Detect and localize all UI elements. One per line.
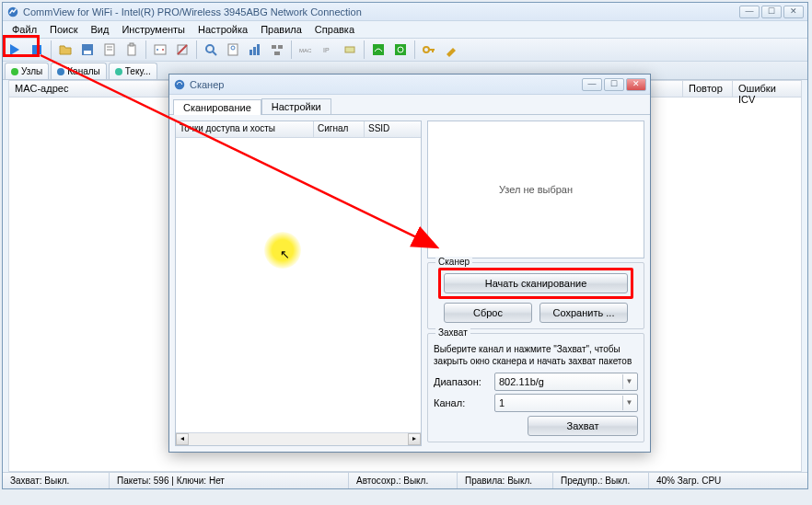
wifi2-icon[interactable] xyxy=(390,40,411,60)
tab-current[interactable]: Теку... xyxy=(109,63,157,79)
svg-point-11 xyxy=(157,49,158,51)
tab-scanning[interactable]: Сканирование xyxy=(173,99,261,115)
tab-nodes[interactable]: Узлы xyxy=(5,63,49,79)
play-button[interactable] xyxy=(5,40,25,60)
svg-line-16 xyxy=(213,52,216,55)
col-ssid[interactable]: SSID xyxy=(365,121,421,137)
col-mac[interactable]: MAC-адрес xyxy=(9,81,175,97)
dialog-title: Сканер xyxy=(190,79,582,90)
maximize-button[interactable]: ☐ xyxy=(761,6,782,18)
scroll-right-icon[interactable]: ▸ xyxy=(408,433,421,445)
tab-channels[interactable]: Каналы xyxy=(51,63,107,79)
menu-view[interactable]: Вид xyxy=(86,22,115,37)
settings-icon[interactable] xyxy=(172,40,192,60)
menu-file[interactable]: Файл xyxy=(6,22,42,37)
chevron-down-icon: ▼ xyxy=(622,374,635,389)
menubar: Файл Поиск Вид Инструменты Настройка Пра… xyxy=(3,21,807,38)
scanner-group-title: Сканер xyxy=(435,257,472,267)
open-icon[interactable] xyxy=(55,40,75,60)
svg-point-15 xyxy=(206,45,214,52)
svg-rect-8 xyxy=(128,45,135,55)
key-icon[interactable] xyxy=(419,40,439,60)
status-autosave: Автосохр.: Выкл. xyxy=(349,473,458,488)
capture-group-title: Захват xyxy=(435,327,470,338)
dialog-icon xyxy=(173,78,186,91)
chevron-down-icon: ▼ xyxy=(622,396,635,410)
save-button[interactable]: Сохранить ... xyxy=(539,303,628,323)
status-cpu: 40% Загр. CPU xyxy=(649,473,807,488)
menu-search[interactable]: Поиск xyxy=(44,22,83,37)
save-icon[interactable] xyxy=(77,40,98,60)
svg-text:MAC: MAC xyxy=(299,48,312,53)
band-combo[interactable]: 802.11b/g ▼ xyxy=(494,373,638,391)
svg-rect-28 xyxy=(373,44,384,55)
status-rules: Правила: Выкл. xyxy=(458,473,553,488)
svg-rect-27 xyxy=(345,47,354,52)
channel-label: Канал: xyxy=(434,397,489,408)
svg-rect-23 xyxy=(278,45,283,49)
annotation-scan-highlight: Начать сканирование xyxy=(438,268,633,299)
reset-button[interactable]: Сброс xyxy=(444,303,532,323)
scanner-group: Сканер Начать сканирование Сброс Сохрани… xyxy=(427,262,644,329)
svg-rect-19 xyxy=(249,50,252,55)
packet-icon[interactable] xyxy=(340,40,360,60)
menu-tools[interactable]: Инструменты xyxy=(116,22,191,37)
col-ap[interactable]: Точки доступа и хосты xyxy=(176,121,314,137)
scroll-left-icon[interactable]: ◂ xyxy=(176,433,189,445)
main-titlebar: CommView for WiFi - Intel(R) PRO/Wireles… xyxy=(3,3,807,21)
dialog-titlebar[interactable]: Сканер — ☐ ✕ xyxy=(169,75,650,95)
statusbar: Захват: Выкл. Пакеты: 596 | Ключи: Нет А… xyxy=(3,472,807,488)
start-scan-button[interactable]: Начать сканирование xyxy=(444,273,628,293)
dialog-minimize-button[interactable]: — xyxy=(582,78,602,91)
mac-icon[interactable]: MAC xyxy=(296,40,316,60)
ip-icon[interactable]: IP xyxy=(318,40,338,60)
svg-rect-20 xyxy=(253,47,256,55)
capture-button[interactable]: Захват xyxy=(528,416,638,436)
svg-rect-21 xyxy=(257,44,260,55)
capture-hint: Выберите канал и нажмите "Захват", чтобы… xyxy=(434,343,638,367)
menu-rules[interactable]: Правила xyxy=(255,22,307,37)
hosts-icon[interactable] xyxy=(267,40,287,60)
dialog-maximize-button[interactable]: ☐ xyxy=(604,78,624,91)
status-capture: Захват: Выкл. xyxy=(3,473,110,488)
ap-list-pane: Точки доступа и хосты Сигнал SSID ↖ ◂ ▸ xyxy=(175,121,422,446)
filter-icon[interactable] xyxy=(223,40,243,60)
band-label: Диапазон: xyxy=(434,376,489,387)
search-icon[interactable] xyxy=(201,40,221,60)
svg-rect-9 xyxy=(130,43,133,46)
svg-rect-24 xyxy=(274,52,280,55)
app-icon xyxy=(6,6,19,18)
minimize-button[interactable]: — xyxy=(739,6,760,18)
channel-combo[interactable]: 1 ▼ xyxy=(494,394,638,412)
hscrollbar[interactable]: ◂ ▸ xyxy=(176,432,421,445)
stop-button[interactable] xyxy=(27,40,47,60)
log-icon[interactable] xyxy=(99,40,120,60)
col-repeat[interactable]: Повтор xyxy=(683,81,733,97)
capture-group: Захват Выберите канал и нажмите "Захват"… xyxy=(427,333,644,442)
scanner-dialog: Сканер — ☐ ✕ Сканирование Настройки Точк… xyxy=(168,74,651,453)
svg-point-31 xyxy=(423,47,429,52)
svg-line-14 xyxy=(178,45,187,54)
dialog-close-button[interactable]: ✕ xyxy=(626,78,646,91)
close-button[interactable]: ✕ xyxy=(783,6,804,18)
toolbar: MAC IP xyxy=(3,38,807,62)
svg-rect-22 xyxy=(272,45,276,49)
svg-rect-2 xyxy=(32,45,41,54)
tool-icon[interactable] xyxy=(441,40,461,60)
wifi-icon[interactable] xyxy=(368,40,389,60)
col-signal[interactable]: Сигнал xyxy=(314,121,365,137)
menu-settings[interactable]: Настройка xyxy=(192,22,253,37)
svg-rect-4 xyxy=(84,51,91,54)
rules-icon[interactable] xyxy=(150,40,170,60)
clipboard-icon[interactable] xyxy=(122,40,142,60)
svg-rect-10 xyxy=(155,45,166,54)
status-warn: Предупр.: Выкл. xyxy=(553,473,649,488)
stats-icon[interactable] xyxy=(245,40,265,60)
svg-marker-1 xyxy=(10,44,19,55)
svg-text:IP: IP xyxy=(323,47,330,53)
status-packets: Пакеты: 596 | Ключи: Нет xyxy=(110,473,349,488)
col-icv[interactable]: Ошибки ICV xyxy=(733,81,801,97)
menu-help[interactable]: Справка xyxy=(309,22,360,37)
tab-settings[interactable]: Настройки xyxy=(261,98,331,114)
main-title: CommView for WiFi - Intel(R) PRO/Wireles… xyxy=(23,6,739,17)
